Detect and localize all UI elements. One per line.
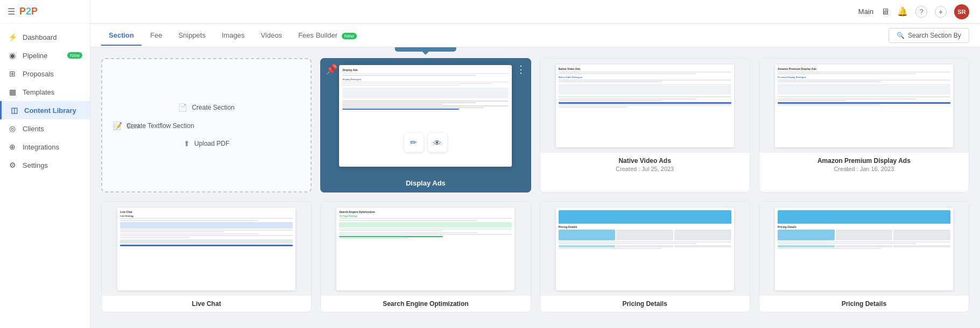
card-overlay-actions: ✏ 👁 — [404, 133, 447, 152]
tab-section[interactable]: Section — [101, 26, 142, 46]
pipeline-icon: ◉ — [8, 51, 17, 60]
display-ads-info: Display Ads — [320, 174, 531, 192]
create-card[interactable]: 📄 Create Section 📝 Create Textflow Secti… — [101, 58, 312, 192]
tab-fees-builder[interactable]: Fees Builder New — [291, 26, 364, 46]
create-section-icon: 📄 — [178, 103, 187, 112]
sidebar-nav: ⚡ Dashboard ◉ Pipeline New ⊞ Proposals ▦… — [0, 24, 90, 328]
live-chat-info: Live Chat — [102, 296, 311, 312]
sidebar-item-templates[interactable]: ▦ Templates — [0, 83, 90, 101]
create-section-item[interactable]: 📄 Create Section — [178, 103, 234, 112]
hamburger-icon[interactable]: ☰ — [8, 6, 15, 17]
monitor-icon[interactable]: 🖥 — [881, 7, 890, 17]
amazon-premium-preview: Amazon Premium Display Ads Premium Displ… — [759, 59, 969, 153]
sidebar-item-content-library[interactable]: ◫ Content Library — [0, 101, 90, 119]
sidebar-item-label: Dashboard — [23, 33, 57, 41]
textflow-icon: 📝 — [113, 122, 122, 130]
more-options-icon[interactable]: ⋮ — [516, 63, 526, 75]
templates-icon: ▦ — [8, 88, 17, 96]
topbar: Main 🖥 🔔 ? + SR — [90, 0, 980, 24]
pricing-details-1-card[interactable]: Pricing Details — [540, 201, 750, 312]
edit-button[interactable]: ✏ — [404, 133, 424, 152]
search-section-button[interactable]: 🔍 Search Section By — [889, 28, 969, 43]
sidebar-item-proposals[interactable]: ⊞ Proposals — [0, 65, 90, 83]
upload-icon: ⬆ — [184, 139, 190, 148]
sidebar-logo: ☰ P2P — [0, 0, 90, 24]
native-video-ads-card[interactable]: Native Video Ads Native Video Strategies — [540, 58, 750, 192]
tab-images[interactable]: Images — [214, 26, 252, 46]
sidebar-item-label: Clients — [23, 125, 44, 133]
clients-icon: ◎ — [8, 124, 17, 133]
pricing-details-2-info: Pricing Details — [759, 296, 969, 312]
pricing-details-2-preview: Pricing Details — [759, 202, 969, 296]
tooltip-text: Pin This Section — [403, 47, 449, 48]
tabs-left: Section Fee Snippets Images Videos Fees … — [101, 26, 364, 45]
card-top-actions: 📌 ⋮ — [326, 63, 525, 75]
amazon-premium-info: Amazon Premium Display Ads Created : Jan… — [759, 153, 969, 176]
sidebar-item-label: Pipeline — [23, 52, 47, 60]
pricing-details-1-preview: Pricing Details — [540, 202, 750, 296]
sidebar-item-integrations[interactable]: ⊕ Integrations — [0, 138, 90, 156]
pricing-details-2-card[interactable]: Pricing Details — [759, 201, 969, 312]
tab-fee[interactable]: Fee — [143, 26, 170, 46]
live-chat-card[interactable]: Live Chat Live Strategy Live Chat — [101, 201, 312, 312]
topbar-right: Main 🖥 🔔 ? + SR — [858, 4, 969, 19]
fees-builder-badge: New — [342, 33, 357, 39]
card-title: Pricing Details — [765, 300, 963, 308]
card-date: Created : Jul 25, 2023 — [546, 166, 744, 172]
create-section-label: Create Section — [192, 104, 234, 111]
seo-preview: Search Engine Optimization On-Page Strat… — [321, 202, 530, 296]
pin-tooltip: Pin This Section — [395, 47, 457, 52]
display-ads-card-wrapper: Pin This Section 📌 ⋮ Display Ads Display… — [320, 58, 531, 192]
amazon-premium-display-ads-card[interactable]: Amazon Premium Display Ads Premium Displ… — [759, 58, 969, 192]
preview-button[interactable]: 👁 — [428, 133, 447, 152]
live-chat-preview: Live Chat Live Strategy — [102, 202, 311, 296]
native-video-ads-info: Native Video Ads Created : Jul 25, 2023 — [540, 153, 750, 176]
card-title: Native Video Ads — [546, 157, 744, 165]
seo-info: Search Engine Optimization — [321, 296, 530, 312]
dashboard-icon: ⚡ — [8, 33, 17, 41]
main-label: Main — [858, 8, 873, 16]
upload-pdf-item[interactable]: ⬆ Upload PDF — [184, 139, 229, 148]
card-date: Created : Jan 16, 2023 — [765, 166, 963, 172]
tabs-bar: Section Fee Snippets Images Videos Fees … — [90, 24, 980, 47]
sidebar-item-clients[interactable]: ◎ Clients — [0, 119, 90, 138]
main-area: Main 🖥 🔔 ? + SR Section Fee Snippets Ima… — [90, 0, 980, 328]
card-title: Search Engine Optimization — [326, 300, 525, 308]
sidebar: ☰ P2P ⚡ Dashboard ◉ Pipeline New ⊞ Propo… — [0, 0, 90, 328]
pipeline-badge: New — [67, 52, 82, 59]
native-video-ads-preview: Native Video Ads Native Video Strategies — [540, 59, 750, 153]
logo: P2P — [19, 6, 38, 17]
display-ads-card[interactable]: 📌 ⋮ Display Ads Display Strategies — [320, 58, 531, 192]
sidebar-item-label: Content Library — [24, 106, 76, 115]
card-title: Pricing Details — [546, 300, 744, 308]
card-title: Amazon Premium Display Ads — [765, 157, 963, 165]
content-library-icon: ◫ — [9, 106, 19, 115]
sidebar-item-label: Templates — [23, 88, 54, 96]
avatar[interactable]: SR — [954, 4, 969, 19]
search-icon: 🔍 — [897, 32, 905, 39]
card-title: Display Ads — [326, 179, 525, 187]
bell-icon[interactable]: 🔔 — [897, 6, 908, 17]
add-icon[interactable]: + — [935, 6, 947, 18]
sidebar-item-label: Proposals — [23, 70, 54, 78]
sidebar-item-label: Settings — [23, 161, 48, 169]
tab-snippets[interactable]: Snippets — [171, 26, 213, 46]
card-title: Live Chat — [107, 300, 306, 308]
upload-pdf-label: Upload PDF — [194, 140, 229, 147]
seo-card[interactable]: Search Engine Optimization On-Page Strat… — [320, 201, 531, 312]
pricing-details-1-info: Pricing Details — [540, 296, 750, 312]
content-area: 📄 Create Section 📝 Create Textflow Secti… — [90, 47, 980, 328]
proposals-icon: ⊞ — [8, 69, 17, 78]
pin-icon[interactable]: 📌 — [326, 63, 337, 75]
sidebar-item-settings[interactable]: ⚙ Settings — [0, 156, 90, 174]
help-icon[interactable]: ? — [915, 6, 927, 18]
search-section-label: Search Section By — [908, 32, 961, 39]
sidebar-item-dashboard[interactable]: ⚡ Dashboard — [0, 28, 90, 46]
tab-videos[interactable]: Videos — [253, 26, 290, 46]
sidebar-item-pipeline[interactable]: ◉ Pipeline New — [0, 46, 90, 65]
integrations-icon: ⊕ — [8, 142, 17, 151]
settings-icon: ⚙ — [8, 161, 17, 169]
sidebar-item-label: Integrations — [23, 143, 59, 151]
display-ads-preview: 📌 ⋮ Display Ads Display Strategies — [320, 58, 531, 174]
